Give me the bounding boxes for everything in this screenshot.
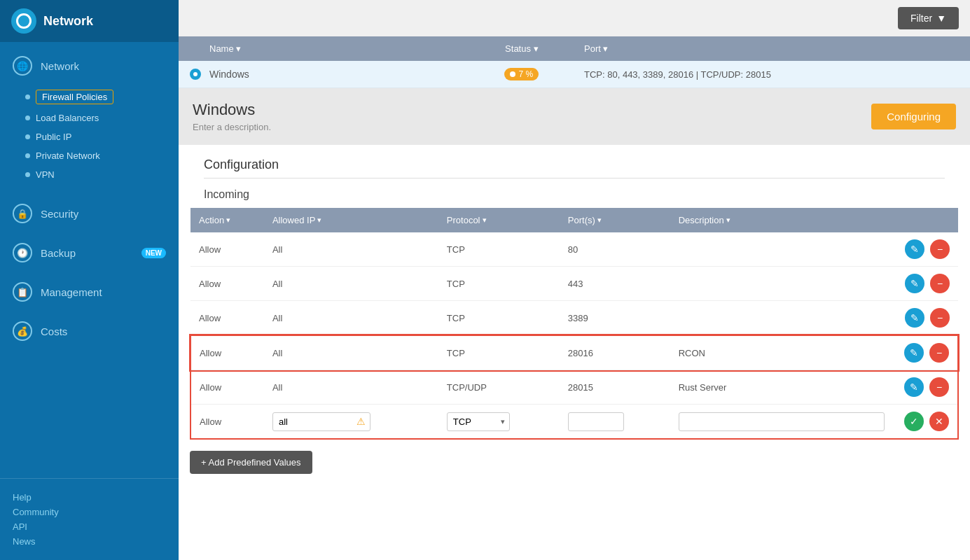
sidebar-item-vpn[interactable]: VPN <box>0 165 179 184</box>
table-row-highlighted-rust: Allow All TCP/UDP 28015 Rust Server ✎ − <box>190 370 958 405</box>
status-dot-icon <box>510 71 515 77</box>
status-text: 7 % <box>518 69 533 79</box>
confirm-new-rule-button[interactable]: ✓ <box>904 412 924 431</box>
rule-port: 80 <box>560 232 670 267</box>
protocol-sort[interactable]: Protocol <box>447 215 551 225</box>
new-rule-port-cell[interactable] <box>560 405 670 440</box>
help-link[interactable]: Help <box>13 490 166 505</box>
col-port-header[interactable]: Port <box>584 43 959 54</box>
new-rule-protocol-cell[interactable]: TCP UDP TCP/UDP ▾ <box>438 405 560 440</box>
security-icon: 🔒 <box>13 204 32 223</box>
col-allowed-ip-header[interactable]: Allowed IP <box>264 208 438 232</box>
server-table-header: Name Status Port <box>179 36 970 61</box>
remove-rule-button[interactable]: − <box>930 239 950 259</box>
new-rule-ip-input[interactable] <box>272 412 370 431</box>
edit-rule-button[interactable]: ✎ <box>905 239 924 259</box>
network-sub-items: Firewall Policies Load Balancers Public … <box>0 85 179 190</box>
new-rule-protocol-select[interactable]: TCP UDP TCP/UDP <box>447 412 510 431</box>
rule-port: 28016 <box>560 335 670 370</box>
radio-selected-icon <box>190 69 201 80</box>
section-divider <box>204 178 945 178</box>
remove-rule-button[interactable]: − <box>930 308 950 328</box>
detail-description: Enter a description. <box>193 122 271 132</box>
new-rule-description-input[interactable] <box>679 412 885 431</box>
cancel-new-rule-button[interactable]: ✕ <box>929 412 949 431</box>
sidebar-item-load-balancers[interactable]: Load Balancers <box>0 108 179 127</box>
public-ip-label: Public IP <box>36 132 71 142</box>
edit-rule-button[interactable]: ✎ <box>904 343 924 363</box>
col-name-header[interactable]: Name <box>209 43 459 54</box>
config-section: Configuration Incoming <box>190 145 959 201</box>
rule-actions: ✎ − <box>893 301 958 336</box>
rule-actions: ✎ − <box>893 335 958 370</box>
rule-action: Allow <box>190 232 264 267</box>
sidebar-item-costs[interactable]: 💰 Costs <box>0 312 179 351</box>
rule-action: Allow <box>190 267 264 301</box>
add-predefined-values-button[interactable]: + Add Predefined Values <box>190 451 312 474</box>
dot-icon <box>25 134 30 139</box>
sidebar-item-network[interactable]: 🌐 Network <box>0 46 179 85</box>
edit-rule-button[interactable]: ✎ <box>905 308 924 328</box>
col-status-header[interactable]: Status <box>459 43 584 54</box>
sidebar-item-public-ip[interactable]: Public IP <box>0 127 179 146</box>
table-row-highlighted-rcon: Allow All TCP 28016 RCON ✎ − <box>190 335 958 370</box>
costs-icon: 💰 <box>13 321 32 341</box>
rule-protocol: TCP <box>438 267 560 301</box>
configuring-button[interactable]: Configuring <box>871 104 956 130</box>
rule-protocol: TCP <box>438 232 560 267</box>
rule-port: 28015 <box>560 370 670 405</box>
rule-description: Rust Server <box>670 370 894 405</box>
col-action-header[interactable]: Action <box>190 208 264 232</box>
content-wrapper: Configuration Incoming Action Allowed IP… <box>179 145 970 560</box>
news-link[interactable]: News <box>13 534 166 549</box>
new-rule-allowed-ip-cell[interactable]: ⚠ <box>264 405 438 440</box>
sidebar-bottom: Help Community API News <box>0 478 179 560</box>
topbar: Filter ▼ <box>179 0 970 36</box>
server-status: 7 % <box>459 68 584 80</box>
remove-rule-button[interactable]: − <box>929 343 949 363</box>
sidebar-item-security[interactable]: 🔒 Security <box>0 194 179 233</box>
ports-sort[interactable]: Port(s) <box>568 215 662 225</box>
detail-title: Windows <box>193 101 271 119</box>
load-balancers-label: Load Balancers <box>36 113 99 123</box>
col-ports-header[interactable]: Port(s) <box>560 208 670 232</box>
col-actions-header <box>893 208 958 232</box>
api-link[interactable]: API <box>13 519 166 534</box>
sidebar-item-firewall-policies[interactable]: Firewall Policies <box>0 85 179 108</box>
new-rule-description-cell[interactable] <box>670 405 894 440</box>
server-port: TCP: 80, 443, 3389, 28016 | TCP/UDP: 280… <box>584 69 959 80</box>
sidebar-item-costs-label: Costs <box>41 326 67 337</box>
allowed-ip-sort[interactable]: Allowed IP <box>272 215 430 225</box>
edit-rule-button[interactable]: ✎ <box>904 377 924 397</box>
rule-allowed-ip: All <box>264 335 438 370</box>
col-protocol-header[interactable]: Protocol <box>438 208 560 232</box>
sidebar-item-management[interactable]: 📋 Management <box>0 272 179 312</box>
edit-rule-button[interactable]: ✎ <box>905 274 924 293</box>
remove-rule-button[interactable]: − <box>929 377 949 397</box>
sidebar-item-network-label: Network <box>41 60 79 72</box>
rule-action: Allow <box>190 301 264 336</box>
filter-icon: ▼ <box>936 13 946 24</box>
sidebar-item-private-network[interactable]: Private Network <box>0 146 179 165</box>
new-rule-port-input[interactable] <box>568 412 624 431</box>
server-row[interactable]: Windows 7 % TCP: 80, 443, 3389, 28016 | … <box>179 61 970 88</box>
col-description-header[interactable]: Description <box>670 208 894 232</box>
sidebar-header: Network <box>0 0 179 42</box>
rule-description <box>670 267 894 301</box>
sidebar-item-security-label: Security <box>41 208 78 220</box>
server-name: Windows <box>209 69 459 80</box>
filter-button[interactable]: Filter ▼ <box>898 7 959 29</box>
remove-rule-button[interactable]: − <box>930 274 950 293</box>
sidebar-item-backup[interactable]: 🕐 Backup NEW <box>0 233 179 272</box>
backup-icon: 🕐 <box>13 243 32 262</box>
description-sort[interactable]: Description <box>679 215 885 225</box>
row-radio[interactable] <box>190 69 209 80</box>
ip-warning-icon: ⚠ <box>356 416 366 427</box>
rule-description <box>670 232 894 267</box>
community-link[interactable]: Community <box>13 505 166 519</box>
action-sort[interactable]: Action <box>199 215 256 225</box>
rule-actions: ✎ − <box>893 232 958 267</box>
table-row: Allow All TCP 80 ✎ − <box>190 232 958 267</box>
main-content: Filter ▼ Name Status Port Windows 7 % TC… <box>179 0 970 560</box>
table-row: Allow All TCP 443 ✎ − <box>190 267 958 301</box>
